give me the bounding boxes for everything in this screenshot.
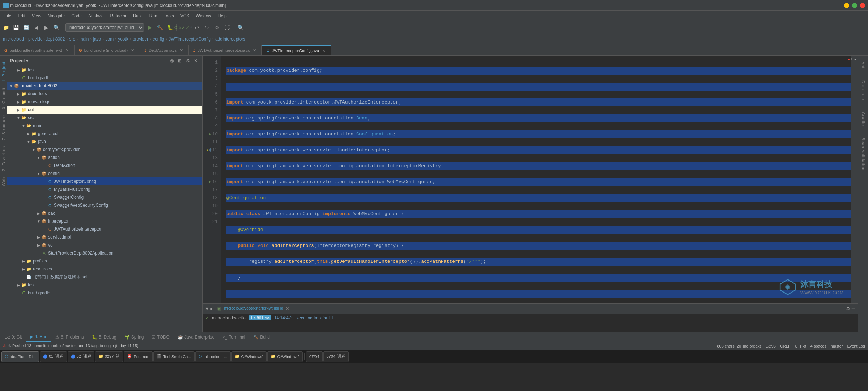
tree-item-test-folder[interactable]: ▶ 📁 test: [7, 281, 202, 289]
tree-item-mybatis-plus-config[interactable]: ▶ ⚙ MyBatisPlusConfig: [7, 185, 202, 193]
taskbar-techsmith[interactable]: 🎬 TechSmith Ca...: [153, 351, 195, 362]
tab-build-yootk-close[interactable]: ✕: [64, 48, 70, 53]
tree-item-provider-dept-8002[interactable]: ▼ 📦 provider-dept-8002: [7, 82, 202, 90]
save-button[interactable]: 💾: [12, 23, 20, 32]
breadcrumb-provider-dept-8002[interactable]: provider-dept-8002: [28, 37, 65, 42]
bottom-tab-build[interactable]: 🔨 Build: [250, 332, 273, 342]
tree-item-profiles[interactable]: ▶ 📁 profiles: [7, 257, 202, 265]
tree-item-java[interactable]: ▼ 📂 java: [7, 138, 202, 146]
breadcrumb-java[interactable]: java: [93, 37, 101, 42]
gutter-database[interactable]: Database: [860, 77, 866, 103]
tree-item-druid-logs[interactable]: ▶ 📁 druid-logs: [7, 90, 202, 98]
panel-settings-button[interactable]: ⚙: [846, 306, 850, 311]
gutter-gradle[interactable]: Gradle: [860, 109, 866, 129]
taskbar-explorer-1[interactable]: 📁 0297_第: [95, 351, 123, 362]
menu-file[interactable]: File: [1, 12, 14, 20]
menu-vcs[interactable]: VCS: [178, 12, 192, 20]
run-close-button[interactable]: ✕: [286, 306, 289, 311]
tree-item-db-sql[interactable]: ▶ 📄 【部门】数据库创建脚本.sql: [7, 273, 202, 281]
bottom-tab-java-enterprise[interactable]: ☕ Java Enterprise: [174, 332, 218, 342]
tab-build-yootk[interactable]: G build.gradle (yootk-starter-jwt) ✕: [0, 45, 75, 55]
run-button[interactable]: ▶: [145, 23, 154, 32]
menu-analyze[interactable]: Analyze: [85, 12, 107, 20]
tree-item-build-gradle-8002[interactable]: ▶ G build.gradle: [7, 289, 202, 297]
taskbar-chrome-2[interactable]: ⬤ 02_课程: [68, 351, 94, 362]
debug-button[interactable]: 🐛: [166, 23, 174, 32]
tree-item-generated[interactable]: ▶ 📁 generated: [7, 130, 202, 138]
tab-jwt-config-close[interactable]: ✕: [321, 48, 327, 54]
sidebar-close-button[interactable]: ✕: [192, 57, 199, 64]
tab-dept-action[interactable]: J DeptAction.java ✕: [140, 45, 189, 55]
tree-item-vo[interactable]: ▶ 📦 vo: [7, 241, 202, 249]
breadcrumb-yootk[interactable]: yootk: [118, 37, 128, 42]
bottom-tab-terminal[interactable]: >_ Terminal: [219, 332, 249, 342]
build-button[interactable]: 🔨: [156, 23, 164, 32]
taskbar-postman[interactable]: 📮 Postman: [124, 351, 152, 362]
bottom-tab-debug[interactable]: 🐛 5: Debug: [88, 332, 120, 342]
tree-item-interceptor[interactable]: ▼ 📦 interceptor: [7, 217, 202, 225]
tree-item-swagger-web-security-config[interactable]: ▶ ⚙ SwaggerWebSecurityConfig: [7, 201, 202, 209]
gutter-ant[interactable]: Ant: [860, 59, 866, 72]
vtab-project[interactable]: 1: Project: [1, 59, 7, 85]
search-everywhere-button[interactable]: 🔍: [236, 23, 245, 32]
vtab-structure[interactable]: Z: Structure: [1, 112, 7, 143]
status-crlf[interactable]: CRLF: [780, 344, 791, 348]
panel-minimize-button[interactable]: ─: [852, 306, 855, 311]
tree-item-dao[interactable]: ▶ 📦 dao: [7, 209, 202, 217]
vtab-commit[interactable]: 0: Commit: [1, 85, 7, 112]
tree-item-resources[interactable]: ▶ 📁 resources: [7, 265, 202, 273]
vtab-web[interactable]: Web: [1, 174, 7, 189]
taskbar-microcloud[interactable]: ⬡ microcloud-...: [195, 351, 231, 362]
breadcrumb-config[interactable]: config: [153, 37, 164, 42]
menu-build[interactable]: Build: [130, 12, 146, 20]
menu-tools[interactable]: Tools: [161, 12, 177, 20]
breadcrumb-com[interactable]: com: [105, 37, 114, 42]
tab-build-microcloud-close[interactable]: ✕: [130, 48, 135, 53]
tab-build-microcloud[interactable]: G build.gradle (microcloud) ✕: [75, 45, 140, 55]
taskbar-chrome-1[interactable]: ⬤ 01_课程: [40, 351, 67, 362]
full-screen-button[interactable]: ⛶: [223, 23, 231, 32]
tree-item-muyan-logs[interactable]: ▶ 📁 muyan-logs: [7, 98, 202, 106]
menu-window[interactable]: Window: [193, 12, 214, 20]
tree-item-main[interactable]: ▼ 📂 main: [7, 122, 202, 130]
tab-dept-action-close[interactable]: ✕: [179, 48, 184, 53]
find-button[interactable]: 🔍: [52, 23, 61, 32]
tab-jwt-auth-close[interactable]: ✕: [252, 48, 257, 53]
status-event-log[interactable]: Event Log: [847, 344, 865, 348]
taskbar-time-2[interactable]: 0704_课程: [323, 351, 349, 362]
tree-item-jwt-auth-interceptor[interactable]: ▶ C JWTAuthorizeInterceptor: [7, 225, 202, 233]
tree-item-start-application[interactable]: ▶ A StartProviderDept8002Application: [7, 249, 202, 257]
tab-jwt-config[interactable]: ⚙ JWTInterceptorConfig.java ✕: [262, 45, 331, 55]
status-branch[interactable]: master: [831, 344, 843, 348]
tree-item-action[interactable]: ▼ 📦 action: [7, 154, 202, 161]
tree-item-src[interactable]: ▼ 📂 src: [7, 114, 202, 122]
tab-jwt-auth[interactable]: J JWTAuthorizeInterceptor.java ✕: [189, 45, 262, 55]
taskbar-intellij[interactable]: ⬡ IdeaPlus - Di...: [1, 351, 39, 362]
sidebar-expand-button[interactable]: ⊞: [176, 57, 183, 64]
breadcrumb-provider[interactable]: provider: [133, 37, 148, 42]
tree-item-service-impl[interactable]: ▶ 📦 service.impl: [7, 233, 202, 241]
tree-item-build-gradle-root[interactable]: ▶ G build.gradle: [7, 74, 202, 82]
maximize-button[interactable]: [852, 3, 857, 8]
menu-code[interactable]: Code: [68, 12, 85, 20]
bottom-tab-run[interactable]: ▶ 4: Run: [26, 332, 51, 342]
gutter-bean-validation[interactable]: Bean Validation: [860, 135, 866, 173]
bottom-tab-git[interactable]: ⎇ 9: Git: [1, 332, 26, 342]
minimize-button[interactable]: [844, 3, 849, 8]
status-git-push-info[interactable]: ⚠ ⚠ Pushed 13 commits to origin/master, …: [3, 344, 139, 348]
sidebar-locate-button[interactable]: ◎: [168, 57, 175, 64]
forward-button[interactable]: ▶: [42, 23, 51, 32]
tree-item-com-yootk-provider[interactable]: ▼ 📦 com.yootk.provider: [7, 146, 202, 154]
breadcrumb-microcloud[interactable]: microcloud: [3, 37, 24, 42]
menu-run[interactable]: Run: [146, 12, 160, 20]
menu-view[interactable]: View: [29, 12, 44, 20]
sync-button[interactable]: 🔄: [22, 23, 30, 32]
git-button[interactable]: Git: ✓ ✓ ↑: [179, 23, 188, 32]
undo-button[interactable]: ↩: [192, 23, 201, 32]
tree-item-dept-action[interactable]: ▶ C DeptAction: [7, 161, 202, 169]
tree-item-swagger-config[interactable]: ▶ ⚙ SwaggerConfig: [7, 193, 202, 201]
menu-edit[interactable]: Edit: [15, 12, 28, 20]
tree-item-out[interactable]: ▶ 📁 out: [7, 106, 202, 114]
code-content[interactable]: package com.yootk.provider.config; impor…: [221, 56, 851, 303]
tree-item-jwt-interceptor-config[interactable]: ▶ ⚙ JWTInterceptorConfig: [7, 177, 202, 185]
